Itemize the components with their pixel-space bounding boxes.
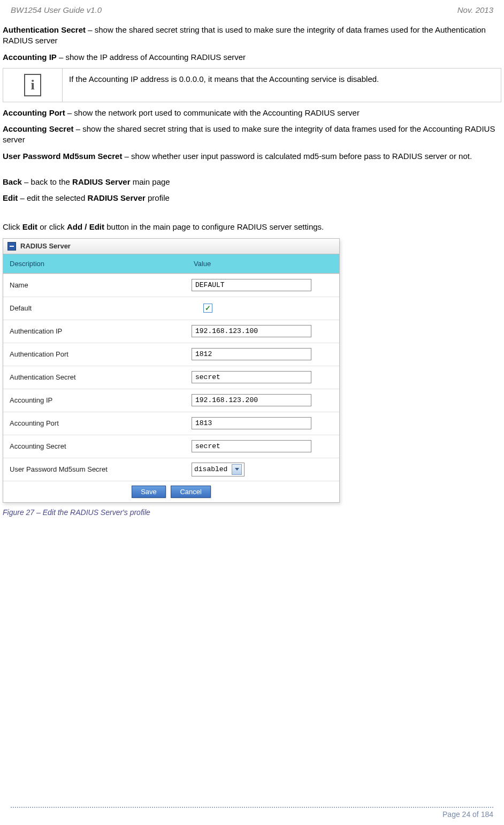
md5-desc: – show whether user input password is ca… bbox=[122, 152, 472, 161]
acct-secret-desc: – show the shared secret string that is … bbox=[3, 124, 495, 144]
click-prefix: Click bbox=[3, 222, 22, 231]
label-auth-ip: Authentication IP bbox=[3, 323, 187, 339]
md5-select[interactable]: disabled bbox=[192, 463, 245, 476]
collapse-icon[interactable] bbox=[7, 242, 16, 251]
cancel-button[interactable]: Cancel bbox=[171, 486, 210, 498]
info-note-text: If the Accounting IP address is 0.0.0.0,… bbox=[63, 69, 501, 102]
auth-port-input[interactable] bbox=[192, 348, 311, 360]
acct-ip-label: Accounting IP bbox=[3, 52, 57, 62]
page-footer: Page 24 of 184 bbox=[0, 807, 504, 819]
row-acct-ip: Accounting IP bbox=[3, 389, 339, 412]
auth-secret-label: Authentication Secret bbox=[3, 25, 86, 34]
footer-divider bbox=[11, 807, 493, 808]
chevron-down-icon[interactable] bbox=[232, 464, 242, 475]
edit-para: Edit – edit the selected RADIUS Server p… bbox=[3, 193, 501, 203]
edit-desc-suffix: profile bbox=[146, 193, 170, 202]
figure-caption: Figure 27 – Edit the RADIUS Server's pro… bbox=[3, 508, 501, 517]
acct-secret-label: Accounting Secret bbox=[3, 124, 74, 133]
label-auth-secret: Authentication Secret bbox=[3, 369, 187, 385]
auth-secret-para: Authentication Secret – show the shared … bbox=[3, 25, 501, 47]
acct-ip-para: Accounting IP – show the IP address of A… bbox=[3, 52, 501, 63]
acct-port-input[interactable] bbox=[192, 417, 311, 429]
label-acct-secret: Accounting Secret bbox=[3, 438, 187, 455]
acct-ip-desc: – show the IP address of Accounting RADI… bbox=[57, 52, 246, 62]
panel-header[interactable]: RADIUS Server bbox=[3, 239, 339, 254]
acct-secret-input[interactable] bbox=[192, 440, 311, 452]
label-auth-port: Authentication Port bbox=[3, 346, 187, 362]
label-name: Name bbox=[3, 277, 187, 293]
row-auth-ip: Authentication IP bbox=[3, 320, 339, 343]
back-label: Back bbox=[3, 177, 22, 186]
edit-desc-prefix: – edit the selected bbox=[18, 193, 87, 202]
md5-label: User Password Md5sum Secret bbox=[3, 152, 122, 161]
auth-secret-input[interactable] bbox=[192, 371, 311, 383]
acct-port-desc: – show the network port used to communic… bbox=[65, 108, 360, 117]
click-addedit-bold: Add / Edit bbox=[67, 222, 104, 231]
click-suffix: button in the main page to configure RAD… bbox=[104, 222, 324, 231]
doc-date: Nov. 2013 bbox=[457, 5, 493, 14]
back-para: Back – back to the RADIUS Server main pa… bbox=[3, 177, 501, 187]
click-edit-bold: Edit bbox=[22, 222, 37, 231]
name-input[interactable] bbox=[192, 279, 311, 291]
md5-para: User Password Md5sum Secret – show wheth… bbox=[3, 151, 501, 162]
back-desc-suffix: main page bbox=[130, 177, 170, 186]
row-md5: User Password Md5sum Secret disabled bbox=[3, 458, 339, 481]
md5-select-value: disabled bbox=[194, 465, 231, 473]
edit-label: Edit bbox=[3, 193, 18, 202]
default-checkbox[interactable]: ✓ bbox=[203, 304, 212, 313]
button-row: Save Cancel bbox=[3, 481, 339, 502]
acct-ip-input[interactable] bbox=[192, 394, 311, 406]
label-md5: User Password Md5sum Secret bbox=[3, 461, 187, 478]
page-header: BW1254 User Guide v1.0 Nov. 2013 bbox=[0, 0, 504, 22]
label-acct-port: Accounting Port bbox=[3, 415, 187, 432]
col-header-description: Description bbox=[3, 254, 187, 273]
row-auth-port: Authentication Port bbox=[3, 343, 339, 366]
info-icon: i bbox=[24, 74, 41, 96]
panel-title: RADIUS Server bbox=[20, 242, 71, 250]
page-number: Page 24 of 184 bbox=[11, 810, 493, 819]
click-mid: or click bbox=[37, 222, 67, 231]
label-default: Default bbox=[3, 300, 187, 316]
save-button[interactable]: Save bbox=[132, 486, 166, 498]
label-acct-ip: Accounting IP bbox=[3, 392, 187, 408]
row-acct-port: Accounting Port bbox=[3, 412, 339, 435]
back-desc-bold: RADIUS Server bbox=[72, 177, 130, 186]
row-name: Name bbox=[3, 274, 339, 297]
checkmark-icon: ✓ bbox=[205, 304, 211, 312]
row-default: Default ✓ bbox=[3, 297, 339, 320]
column-header-row: Description Value bbox=[3, 254, 339, 274]
click-instruction: Click Edit or click Add / Edit button in… bbox=[3, 222, 501, 232]
edit-desc-bold: RADIUS Server bbox=[87, 193, 145, 202]
doc-title: BW1254 User Guide v1.0 bbox=[11, 5, 102, 14]
row-auth-secret: Authentication Secret bbox=[3, 366, 339, 389]
acct-port-para: Accounting Port – show the network port … bbox=[3, 108, 501, 118]
auth-ip-input[interactable] bbox=[192, 325, 311, 337]
col-header-value: Value bbox=[187, 254, 339, 273]
info-icon-cell: i bbox=[3, 69, 63, 102]
back-desc-prefix: – back to the bbox=[22, 177, 72, 186]
radius-server-panel: RADIUS Server Description Value Name Def… bbox=[3, 238, 340, 503]
acct-secret-para: Accounting Secret – show the shared secr… bbox=[3, 124, 501, 146]
info-box: i If the Accounting IP address is 0.0.0.… bbox=[3, 68, 501, 102]
acct-port-label: Accounting Port bbox=[3, 108, 65, 117]
row-acct-secret: Accounting Secret bbox=[3, 435, 339, 458]
